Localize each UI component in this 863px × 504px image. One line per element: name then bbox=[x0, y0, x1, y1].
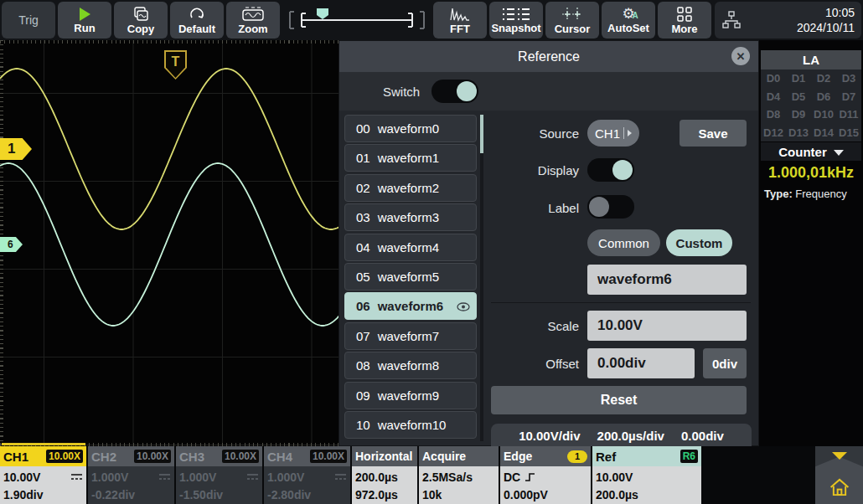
list-item-waveform1[interactable]: 01waveform1 bbox=[344, 144, 477, 172]
switch-row: Switch bbox=[339, 72, 758, 111]
copy-button[interactable]: Copy bbox=[114, 2, 168, 39]
scale-input[interactable]: 10.00V bbox=[587, 311, 747, 341]
list-item-waveform6-selected[interactable]: 06waveform6 bbox=[344, 292, 477, 320]
list-scrollbar[interactable] bbox=[480, 115, 483, 441]
reset-button[interactable]: Reset bbox=[491, 386, 747, 414]
horizontal-position-indicator[interactable] bbox=[283, 2, 431, 39]
autoset-gear-icon: ⚙A bbox=[622, 7, 634, 21]
digital-ch-d3[interactable]: D3 bbox=[836, 69, 861, 88]
ch1-status-block[interactable]: CH1 10.00X 10.00V 1.90div bbox=[0, 446, 86, 504]
ch4-status-block[interactable]: CH4 10.00X 1.000V -2.80div bbox=[264, 446, 350, 504]
list-item-waveform9[interactable]: 09waveform9 bbox=[344, 382, 477, 409]
ch1-marker-label: 1 bbox=[8, 141, 15, 157]
info-offset: 0.00div bbox=[681, 429, 724, 443]
run-button[interactable]: Run bbox=[58, 2, 111, 39]
waveform-name-input[interactable]: waveform6 bbox=[587, 265, 747, 295]
rising-edge-icon bbox=[525, 472, 536, 482]
digital-ch-d6[interactable]: D6 bbox=[811, 88, 836, 106]
ch3-probe-badge: 10.00X bbox=[222, 450, 259, 463]
list-item-waveform7[interactable]: 07waveform7 bbox=[344, 322, 477, 350]
close-icon[interactable]: ✕ bbox=[731, 47, 750, 65]
source-value: CH1 bbox=[595, 126, 620, 141]
reference-dialog: Reference ✕ Switch 00waveform0 01wavefor… bbox=[338, 40, 759, 446]
acquire-status-block[interactable]: Acquire 2.5MSa/s 10k bbox=[419, 446, 499, 504]
dc-coupling-icon bbox=[334, 473, 347, 481]
save-button[interactable]: Save bbox=[680, 120, 747, 147]
digital-ch-d1[interactable]: D1 bbox=[786, 69, 811, 88]
digital-ch-d2[interactable]: D2 bbox=[811, 69, 836, 88]
digital-ch-d8[interactable]: D8 bbox=[761, 105, 786, 124]
ref6-marker-label: 6 bbox=[8, 239, 13, 250]
digital-ch-d7[interactable]: D7 bbox=[836, 88, 861, 106]
run-label: Run bbox=[74, 23, 95, 33]
digital-ch-d15[interactable]: D15 bbox=[836, 124, 861, 142]
divider bbox=[491, 302, 751, 303]
waveform-list: 00waveform0 01waveform1 02waveform2 03wa… bbox=[344, 115, 477, 440]
ch1-name: CH1 bbox=[3, 450, 28, 464]
counter-value: 1.000,01kHz bbox=[759, 164, 863, 182]
digital-ch-d13[interactable]: D13 bbox=[786, 124, 811, 142]
offset-input[interactable]: 0.00div bbox=[587, 348, 695, 378]
snapshot-button[interactable]: Snapshot bbox=[489, 2, 543, 39]
trigger-status-block[interactable]: Edge 1 DC 0.000pV bbox=[500, 446, 591, 504]
default-label: Default bbox=[178, 23, 215, 34]
digital-ch-d9[interactable]: D9 bbox=[786, 105, 811, 124]
zoom-button[interactable]: Zoom bbox=[226, 2, 280, 39]
list-item-waveform2[interactable]: 02waveform2 bbox=[344, 174, 477, 202]
digital-ch-d12[interactable]: D12 bbox=[761, 124, 786, 142]
counter-dropdown[interactable]: Counter bbox=[761, 142, 861, 161]
digital-ch-d5[interactable]: D5 bbox=[786, 88, 811, 106]
horizontal-status-block[interactable]: Horizontal 200.0µs 972.0µs bbox=[352, 446, 417, 504]
home-icon[interactable] bbox=[829, 476, 850, 498]
digital-ch-d10[interactable]: D10 bbox=[811, 105, 836, 124]
list-item-waveform8[interactable]: 08waveform8 bbox=[344, 352, 477, 379]
collapse-up-icon[interactable] bbox=[832, 452, 847, 460]
ch3-status-block[interactable]: CH3 10.00X 1.000V -1.50div bbox=[176, 446, 262, 504]
custom-button[interactable]: Custom bbox=[666, 229, 732, 256]
clock-time: 10:05 bbox=[797, 5, 855, 20]
dc-coupling-icon bbox=[246, 473, 259, 481]
bottom-status-bar: CH1 10.00X 10.00V 1.90div CH2 10.00X 1.0… bbox=[0, 446, 863, 504]
counter-type: Type: Frequency bbox=[764, 188, 847, 200]
trig-button[interactable]: Trig bbox=[2, 2, 55, 39]
dropdown-arrow-icon bbox=[628, 130, 632, 136]
offset-zero-button[interactable]: 0div bbox=[703, 348, 747, 378]
horizontal-position-marker[interactable] bbox=[317, 8, 328, 19]
fft-button[interactable]: FFT bbox=[433, 2, 487, 39]
digital-ch-d0[interactable]: D0 bbox=[761, 69, 786, 88]
label-toggle[interactable] bbox=[587, 195, 634, 219]
zoom-label: Zoom bbox=[238, 23, 267, 34]
list-item-waveform0[interactable]: 00waveform0 bbox=[344, 115, 477, 142]
list-item-waveform10[interactable]: 10waveform10 bbox=[344, 411, 477, 439]
run-icon bbox=[80, 8, 90, 21]
common-button[interactable]: Common bbox=[587, 229, 660, 256]
ch4-name: CH4 bbox=[267, 450, 292, 464]
autoset-button[interactable]: ⚙A AutoSet bbox=[602, 2, 655, 39]
more-button[interactable]: More bbox=[658, 2, 711, 39]
reference-switch-toggle[interactable] bbox=[432, 80, 478, 103]
network-icon bbox=[721, 11, 742, 29]
ch2-probe-badge: 10.00X bbox=[134, 450, 171, 463]
list-item-waveform5[interactable]: 05waveform5 bbox=[344, 263, 477, 291]
list-item-waveform3[interactable]: 03waveform3 bbox=[344, 203, 477, 231]
ch4-probe-badge: 10.00X bbox=[310, 450, 347, 463]
more-icon bbox=[677, 7, 692, 22]
cursor-button[interactable]: Cursor bbox=[545, 2, 599, 39]
clock-panel[interactable]: 10:05 2024/10/11 bbox=[715, 2, 861, 39]
reference-info-bar: 10.00V/div 200.0µs/div 0.00div bbox=[491, 424, 752, 447]
display-toggle[interactable] bbox=[587, 158, 634, 182]
ch3-name: CH3 bbox=[179, 450, 204, 464]
dialog-title: Reference bbox=[339, 41, 758, 72]
ch2-status-block[interactable]: CH2 10.00X 1.000V -0.22div bbox=[88, 446, 174, 504]
digital-ch-d14[interactable]: D14 bbox=[811, 124, 836, 142]
digital-ch-d11[interactable]: D11 bbox=[836, 105, 861, 124]
la-panel-header[interactable]: LA bbox=[761, 50, 861, 69]
default-button[interactable]: Default bbox=[170, 2, 224, 39]
ref-status-block[interactable]: Ref R6 10.00V 200.0µs bbox=[592, 446, 701, 504]
source-select[interactable]: CH1 bbox=[587, 120, 639, 147]
digital-ch-d4[interactable]: D4 bbox=[761, 88, 786, 106]
cursor-label: Cursor bbox=[555, 23, 591, 34]
list-item-waveform4[interactable]: 04waveform4 bbox=[344, 234, 477, 261]
bottom-highlight-line bbox=[2, 443, 85, 445]
list-scrollbar-thumb[interactable] bbox=[480, 115, 483, 153]
